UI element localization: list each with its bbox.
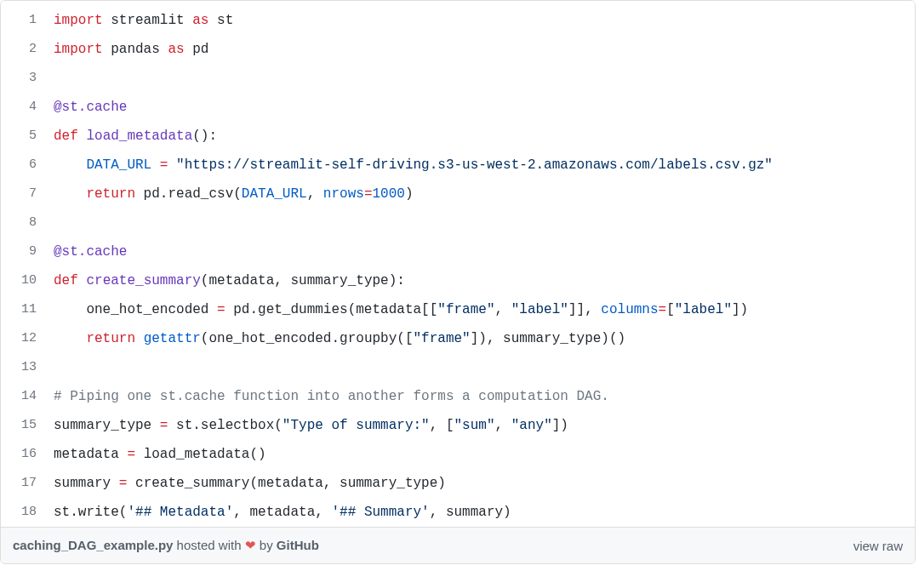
token-nn: ]) xyxy=(552,418,568,433)
token-nn: metadata xyxy=(54,447,127,462)
line-number: 10 xyxy=(1,266,47,295)
line-content[interactable] xyxy=(47,64,915,93)
line-number: 4 xyxy=(1,93,47,122)
code-line: 14# Piping one st.cache function into an… xyxy=(1,382,915,411)
token-nn: (metadata, summary_type): xyxy=(201,273,405,288)
token-kw: def xyxy=(54,273,78,288)
token-nn: create_summary(metadata, summary_type) xyxy=(127,476,445,491)
token-nn xyxy=(78,128,87,144)
gist-meta-bar: caching_DAG_example.py hosted with ❤ by … xyxy=(1,527,915,563)
line-content[interactable]: one_hot_encoded = pd.get_dummies(metadat… xyxy=(47,295,915,324)
line-content[interactable]: summary = create_summary(metadata, summa… xyxy=(47,469,915,498)
token-nn: , xyxy=(307,186,323,202)
gist-filename-link[interactable]: caching_DAG_example.py xyxy=(13,538,173,552)
token-nn: (one_hot_encoded.groupby([ xyxy=(201,331,414,346)
token-cm: # Piping one st.cache function into anot… xyxy=(54,389,609,404)
code-line: 18st.write('## Metadata', metadata, '## … xyxy=(1,498,915,527)
gist-file: 1import streamlit as st2import pandas as… xyxy=(1,1,915,527)
line-content[interactable]: def load_metadata(): xyxy=(47,122,915,151)
token-kw: import xyxy=(54,42,103,57)
line-number: 6 xyxy=(1,151,47,180)
token-op: = xyxy=(119,476,128,491)
line-content[interactable] xyxy=(47,353,915,382)
token-kw: return xyxy=(86,186,135,202)
line-content[interactable]: # Piping one st.cache function into anot… xyxy=(47,382,915,411)
token-s: "frame" xyxy=(413,331,470,346)
code-line: 17summary = create_summary(metadata, sum… xyxy=(1,469,915,498)
line-content[interactable]: import streamlit as st xyxy=(47,1,915,35)
token-op: = xyxy=(217,302,225,317)
line-number: 15 xyxy=(1,411,47,440)
heart-icon: ❤ xyxy=(245,538,256,552)
code-line: 12 return getattr(one_hot_encoded.groupb… xyxy=(1,324,915,353)
code-line: 3 xyxy=(1,64,915,93)
by-text: by xyxy=(260,538,277,552)
line-number: 2 xyxy=(1,35,47,64)
line-content[interactable]: def create_summary(metadata, summary_typ… xyxy=(47,266,915,295)
token-op: = xyxy=(160,157,168,173)
line-number: 7 xyxy=(1,180,47,208)
github-link[interactable]: GitHub xyxy=(277,538,319,552)
token-nn: , xyxy=(495,302,511,317)
line-content[interactable]: return getattr(one_hot_encoded.groupby([… xyxy=(47,324,915,353)
code-line: 8 xyxy=(1,208,915,237)
token-bi: getattr xyxy=(144,331,201,346)
line-number: 17 xyxy=(1,469,47,498)
token-nn xyxy=(54,331,86,346)
code-line: 10def create_summary(metadata, summary_t… xyxy=(1,266,915,295)
token-nn xyxy=(151,157,160,173)
token-kw: return xyxy=(86,331,135,346)
token-kw: as xyxy=(168,42,184,57)
line-content[interactable] xyxy=(47,208,915,237)
token-nn: , metadata, xyxy=(233,505,331,520)
token-num: 1000 xyxy=(372,186,404,202)
token-s: "https://streamlit-self-driving.s3-us-we… xyxy=(176,157,773,173)
token-dec: @st.cache xyxy=(54,244,127,260)
line-number: 16 xyxy=(1,440,47,469)
token-nn xyxy=(54,186,86,202)
line-number: 11 xyxy=(1,295,47,324)
token-nn: ) xyxy=(405,186,414,202)
code-line: 11 one_hot_encoded = pd.get_dummies(meta… xyxy=(1,295,915,324)
line-content[interactable]: @st.cache xyxy=(47,93,915,122)
line-content[interactable]: return pd.read_csv(DATA_URL, nrows=1000) xyxy=(47,180,915,208)
token-nn: pd xyxy=(185,42,209,57)
token-s: '## Metadata' xyxy=(127,505,233,520)
code-line: 2import pandas as pd xyxy=(1,35,915,64)
line-content[interactable]: st.write('## Metadata', metadata, '## Su… xyxy=(47,498,915,527)
token-nn: st.selectbox( xyxy=(168,418,282,433)
line-number: 14 xyxy=(1,382,47,411)
token-op: = xyxy=(127,447,135,462)
token-kw: as xyxy=(192,13,208,28)
token-s: '## Summary' xyxy=(331,505,429,520)
code-line: 5def load_metadata(): xyxy=(1,122,915,151)
line-number: 9 xyxy=(1,237,47,266)
token-nn: , [ xyxy=(430,418,454,433)
token-bi: nrows xyxy=(323,186,364,202)
token-nn: pd.get_dummies(metadata[[ xyxy=(225,302,438,317)
token-nn: pandas xyxy=(103,42,168,57)
token-s: "label" xyxy=(511,302,568,317)
token-kw: def xyxy=(54,128,78,144)
token-nn: ]) xyxy=(732,302,748,317)
token-nn: ]), summary_type)() xyxy=(471,331,625,346)
token-bi: columns xyxy=(601,302,658,317)
view-raw-link[interactable]: view raw xyxy=(853,539,903,553)
line-content[interactable]: @st.cache xyxy=(47,237,915,266)
token-nn: , summary) xyxy=(430,505,511,520)
token-nn xyxy=(78,273,87,288)
line-content[interactable]: summary_type = st.selectbox("Type of sum… xyxy=(47,411,915,440)
token-fn: load_metadata xyxy=(86,128,192,144)
token-nn xyxy=(135,331,144,346)
line-content[interactable]: metadata = load_metadata() xyxy=(47,440,915,469)
hosted-with-text: hosted with xyxy=(177,538,245,552)
line-content[interactable]: import pandas as pd xyxy=(47,35,915,64)
code-line: 16metadata = load_metadata() xyxy=(1,440,915,469)
line-number: 1 xyxy=(1,1,47,35)
code-line: 7 return pd.read_csv(DATA_URL, nrows=100… xyxy=(1,180,915,208)
token-bi: DATA_URL xyxy=(242,186,307,202)
token-op: = xyxy=(659,302,667,317)
line-content[interactable]: DATA_URL = "https://streamlit-self-drivi… xyxy=(47,151,915,180)
token-bi: DATA_URL xyxy=(86,157,151,173)
token-fn: create_summary xyxy=(86,273,200,288)
